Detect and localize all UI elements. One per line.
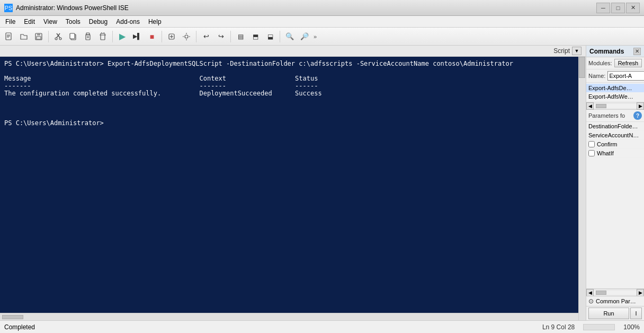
toolbar-end: »	[314, 33, 317, 40]
cmd-scroll-left[interactable]: ◀	[586, 289, 594, 296]
svg-point-24	[185, 35, 188, 38]
main-area: Script ▼ PS C:\Users\Administrator> Expo…	[0, 46, 644, 320]
zoom-out-btn[interactable]: 🔍	[283, 30, 297, 43]
status-position: Ln 9 Col 28	[542, 323, 575, 331]
run-selection-btn[interactable]: ▶▌	[130, 30, 144, 43]
commands-title: Commands	[589, 48, 624, 55]
open-file-btn[interactable]	[17, 30, 31, 43]
help-button[interactable]: ?	[633, 111, 642, 120]
status-text: Completed	[4, 323, 35, 331]
status-right: Ln 9 Col 28 100%	[542, 323, 640, 331]
separator-4	[196, 31, 196, 42]
whatif-row: WhatIf	[586, 149, 644, 158]
save-btn[interactable]	[32, 30, 46, 43]
list-scroll-right[interactable]: ▶	[637, 102, 644, 110]
settings-btn[interactable]	[180, 30, 193, 43]
run-row: Run I	[586, 306, 644, 320]
param-service-account[interactable]: ServiceAccountN…	[586, 131, 644, 140]
name-row: Name:	[586, 69, 644, 83]
script-dropdown-btn[interactable]: ▼	[572, 47, 582, 55]
script-bar: Script ▼	[0, 46, 586, 57]
console-scrollbar-horizontal[interactable]	[0, 313, 578, 320]
menu-tools[interactable]: Tools	[61, 17, 85, 27]
hscroll-track[interactable]	[2, 315, 576, 319]
console-scrollbar-vertical[interactable]	[578, 57, 586, 313]
stop-btn[interactable]: ■	[145, 30, 159, 43]
commands-list: Export-AdfsDe… Export-AdfsWe…	[586, 83, 644, 102]
menu-addons[interactable]: Add-ons	[112, 17, 144, 27]
undo-btn[interactable]: ↩	[199, 30, 213, 43]
common-params-icon: ⊙	[588, 297, 594, 305]
param-destination-folder[interactable]: DestinationFolde…	[586, 122, 644, 131]
title-bar: PS Administrator: Windows PowerShell ISE…	[0, 0, 644, 16]
menu-debug[interactable]: Debug	[85, 17, 112, 27]
svg-rect-5	[37, 33, 40, 36]
paste-btn[interactable]	[81, 30, 95, 43]
list-scroll-thumb[interactable]	[596, 104, 606, 108]
separator-2	[112, 31, 113, 42]
toolbar: ▶ ▶▌ ■ ↩ ↪ ▤ ⬒ ⬓ 🔍 🔎 »	[0, 28, 644, 46]
cut-btn[interactable]	[51, 30, 65, 43]
commands-close-btn[interactable]: ✕	[633, 48, 641, 55]
console-output[interactable]: PS C:\Users\Administrator> Export-AdfsDe…	[0, 57, 578, 313]
maximize-button[interactable]: □	[611, 3, 625, 13]
status-zoom: 100%	[623, 323, 640, 331]
cmd-scroll-thumb[interactable]	[596, 291, 606, 295]
menu-edit[interactable]: Edit	[20, 17, 39, 27]
show-script-pane-btn[interactable]: ▤	[234, 30, 247, 43]
separator-1	[48, 31, 49, 42]
list-scrollbar-row: ◀ ▶	[586, 102, 644, 110]
menu-view[interactable]: View	[39, 17, 61, 27]
split-top-btn[interactable]: ⬒	[248, 30, 262, 43]
cmd-scroll-right[interactable]: ▶	[637, 289, 644, 296]
params-label: Parameters fo	[588, 112, 632, 119]
svg-rect-14	[86, 33, 90, 35]
separator-6	[280, 31, 280, 42]
hscroll-thumb[interactable]	[2, 315, 23, 319]
menu-file[interactable]: File	[1, 17, 20, 27]
run-extra-btn[interactable]: I	[630, 308, 642, 319]
list-scroll-track[interactable]	[594, 104, 637, 108]
name-label: Name:	[588, 73, 605, 79]
confirm-checkbox[interactable]	[588, 141, 595, 147]
svg-point-10	[59, 38, 61, 40]
cmd-scroll-track[interactable]	[594, 291, 637, 295]
close-button[interactable]: ✕	[626, 3, 640, 13]
status-bar: Completed Ln 9 Col 28 100%	[0, 320, 644, 333]
refresh-button[interactable]: Refresh	[614, 59, 642, 67]
window-controls: ─ □ ✕	[596, 3, 640, 13]
commands-panel: Commands ✕ Modules: Refresh Name: Export…	[586, 46, 644, 320]
whatif-label[interactable]: WhatIf	[597, 150, 614, 156]
svg-point-9	[55, 38, 57, 40]
whatif-checkbox[interactable]	[588, 150, 595, 156]
window-title: Administrator: Windows PowerShell ISE	[16, 4, 596, 12]
run-script-toolbar-btn[interactable]: ▶	[115, 30, 129, 43]
name-input[interactable]	[607, 71, 644, 81]
debug-toggle-btn[interactable]	[165, 30, 178, 43]
console-container: Script ▼ PS C:\Users\Administrator> Expo…	[0, 46, 586, 320]
console-text: PS C:\Users\Administrator> Export-AdfsDe…	[4, 60, 574, 127]
run-button[interactable]: Run	[588, 308, 629, 319]
confirm-label[interactable]: Confirm	[597, 141, 618, 147]
common-params-row[interactable]: ⊙ Common Par…	[586, 296, 644, 306]
console-row: PS C:\Users\Administrator> Export-AdfsDe…	[0, 57, 586, 313]
minimize-button[interactable]: ─	[596, 3, 610, 13]
script-label: Script	[553, 47, 570, 55]
list-item[interactable]: Export-AdfsWe…	[586, 92, 644, 101]
new-file-btn[interactable]	[2, 30, 16, 43]
vertical-thumb[interactable]	[579, 57, 585, 78]
menu-help[interactable]: Help	[144, 17, 166, 27]
redo-btn[interactable]: ↪	[214, 30, 228, 43]
common-params-label: Common Par…	[596, 298, 636, 304]
app-icon: PS	[4, 4, 13, 12]
list-item[interactable]: Export-AdfsDe…	[586, 84, 644, 92]
zoom-in-btn[interactable]: 🔎	[298, 30, 311, 43]
svg-rect-17	[101, 33, 105, 40]
clear-btn[interactable]	[96, 30, 110, 43]
copy-btn[interactable]	[66, 30, 80, 43]
list-scroll-left[interactable]: ◀	[586, 102, 594, 110]
split-right-btn[interactable]: ⬓	[263, 30, 277, 43]
confirm-row: Confirm	[586, 140, 644, 149]
console-hscroll-row	[0, 313, 586, 320]
separator-3	[162, 31, 162, 42]
